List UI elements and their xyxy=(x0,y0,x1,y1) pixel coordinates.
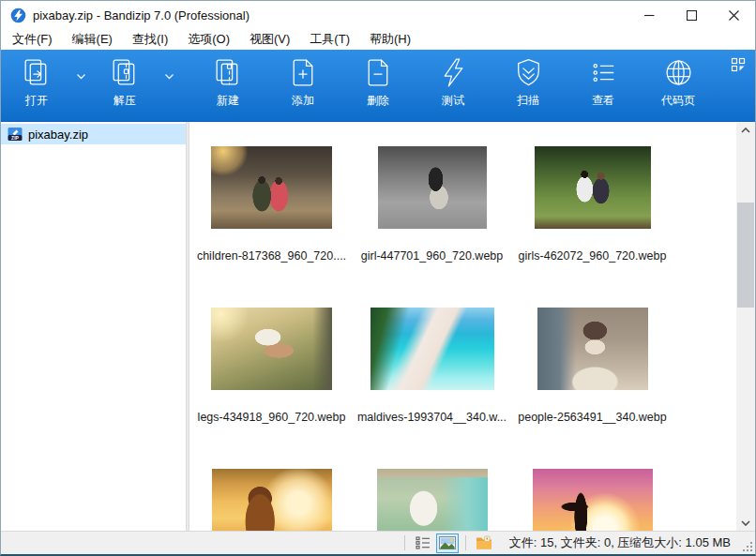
menu-find[interactable]: 查找(I) xyxy=(125,29,175,50)
toolbar-button-delete[interactable]: 删除 xyxy=(348,55,408,115)
folder-archive-icon xyxy=(476,535,492,550)
menu-file[interactable]: 文件(F) xyxy=(5,29,60,50)
file-grid: children-817368_960_720.... girl-447701_… xyxy=(189,122,736,531)
menubar: 文件(F) 编辑(E) 查找(I) 选项(O) 视图(V) 工具(T) 帮助(H… xyxy=(1,29,755,50)
toolbar-button-extract[interactable]: 解压 xyxy=(95,55,155,115)
test-icon xyxy=(436,55,471,90)
thumbnail-girls[interactable] xyxy=(535,146,651,229)
file-name: legs-434918_960_720.webp xyxy=(198,411,346,424)
thumbnail-sunset-woman[interactable] xyxy=(212,469,332,531)
extract-dropdown-chevron[interactable] xyxy=(155,55,183,97)
file-item[interactable]: legs-434918_960_720.webp xyxy=(191,308,352,469)
titlebar: pixabay.zip - Bandizip 7.0 (Professional… xyxy=(1,1,755,29)
file-name: people-2563491__340.webp xyxy=(518,411,666,424)
maximize-button[interactable] xyxy=(671,1,713,29)
minimize-button[interactable] xyxy=(628,1,671,29)
thumbnail-children[interactable] xyxy=(211,146,332,229)
codepage-icon xyxy=(661,55,696,90)
thumbnail-people[interactable] xyxy=(537,308,648,390)
chevron-down-icon xyxy=(163,72,175,81)
file-name: girl-447701_960_720.webp xyxy=(361,249,504,263)
file-name: maldives-1993704__340.w... xyxy=(357,411,507,424)
details-view-icon xyxy=(416,535,431,550)
add-icon xyxy=(286,55,321,90)
thumbnail-silhouette[interactable] xyxy=(533,469,653,531)
open-folder-button[interactable] xyxy=(473,533,495,553)
thumbnail-maldives[interactable] xyxy=(370,308,494,390)
scrollbar-track[interactable] xyxy=(736,138,755,515)
scan-icon xyxy=(511,55,546,90)
file-item[interactable]: girl-447701_960_720.webp xyxy=(352,146,512,308)
toolbar-button-open[interactable]: 打开 xyxy=(7,55,67,115)
svg-text:ZIP: ZIP xyxy=(11,135,19,141)
file-item[interactable]: maldives-1993704__340.w... xyxy=(352,308,512,469)
window-controls xyxy=(628,1,755,29)
chevron-up-icon xyxy=(741,128,750,133)
new-archive-icon xyxy=(211,55,246,90)
toolbar: 打开 解压 新建 xyxy=(1,50,755,122)
thumbnail-legs[interactable] xyxy=(211,308,332,390)
toolbar-button-new[interactable]: 新建 xyxy=(198,55,258,115)
menu-view[interactable]: 视图(V) xyxy=(242,29,297,50)
file-item[interactable]: girls-462072_960_720.webp xyxy=(512,146,673,308)
archive-tree-sidebar: ZIP pixabay.zip xyxy=(1,122,186,531)
vertical-scrollbar[interactable] xyxy=(736,122,755,531)
chevron-down-icon xyxy=(75,72,87,81)
sidebar-item-pixabay-zip[interactable]: ZIP pixabay.zip xyxy=(1,124,186,144)
thumbnail-view-button[interactable] xyxy=(436,533,459,553)
file-name: children-817368_960_720.... xyxy=(197,249,346,263)
menu-edit[interactable]: 编辑(E) xyxy=(65,29,120,50)
file-item[interactable] xyxy=(352,469,512,531)
thumbnail-car-woman[interactable] xyxy=(377,469,488,531)
menu-help[interactable]: 帮助(H) xyxy=(362,29,418,50)
file-item[interactable]: children-817368_960_720.... xyxy=(191,146,352,308)
customize-toolbar-button[interactable] xyxy=(731,57,746,72)
file-item[interactable] xyxy=(191,469,352,531)
window-title: pixabay.zip - Bandizip 7.0 (Professional… xyxy=(33,8,249,23)
sidebar-item-label: pixabay.zip xyxy=(28,128,88,142)
open-dropdown-chevron[interactable] xyxy=(67,55,95,97)
extract-icon xyxy=(108,55,143,90)
customize-icon xyxy=(731,57,746,72)
close-button[interactable] xyxy=(713,1,755,29)
menu-options[interactable]: 选项(O) xyxy=(180,29,237,50)
toolbar-button-add[interactable]: 添加 xyxy=(273,55,333,115)
details-view-button[interactable] xyxy=(412,533,434,553)
thumbnail-girl[interactable] xyxy=(378,146,487,229)
toolbar-button-view[interactable]: 查看 xyxy=(573,55,633,115)
scrollbar-thumb[interactable] xyxy=(737,203,754,308)
toolbar-button-scan[interactable]: 扫描 xyxy=(498,55,558,115)
toolbar-button-codepage[interactable]: 代码页 xyxy=(648,55,708,115)
file-item[interactable]: people-2563491__340.webp xyxy=(512,308,673,469)
statusbar: 文件: 15, 文件夹: 0, 压缩包大小: 1.05 MB xyxy=(1,531,755,554)
content-area: ZIP pixabay.zip children-817368_960_720.… xyxy=(1,122,755,531)
bandizip-logo-icon xyxy=(10,8,26,23)
zip-file-icon: ZIP xyxy=(8,127,23,142)
file-item[interactable] xyxy=(512,469,673,531)
resize-grip[interactable] xyxy=(741,540,753,552)
statusbar-separator xyxy=(465,535,466,550)
chevron-down-icon xyxy=(741,520,750,526)
archive-summary: 文件: 15, 文件夹: 0, 压缩包大小: 1.05 MB xyxy=(509,534,731,551)
statusbar-separator xyxy=(404,535,405,550)
bandizip-window: pixabay.zip - Bandizip 7.0 (Professional… xyxy=(0,0,756,556)
thumbnail-view-icon xyxy=(439,536,456,549)
toolbar-button-test[interactable]: 测试 xyxy=(423,55,483,115)
view-icon xyxy=(586,55,621,90)
open-icon xyxy=(20,55,54,90)
delete-icon xyxy=(361,55,396,90)
scroll-up-button[interactable] xyxy=(736,122,755,138)
menu-tools[interactable]: 工具(T) xyxy=(302,29,357,50)
file-name: girls-462072_960_720.webp xyxy=(519,249,667,263)
scroll-down-button[interactable] xyxy=(736,515,755,531)
